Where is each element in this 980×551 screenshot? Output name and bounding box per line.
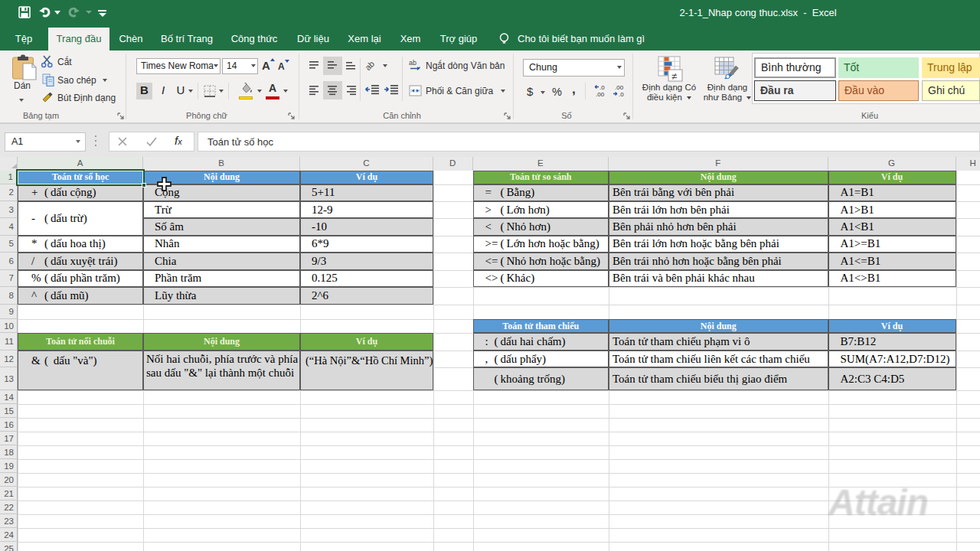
svg-text:.00: .00 [596, 91, 605, 97]
svg-text:.0: .0 [619, 91, 624, 97]
svg-text:≠: ≠ [671, 70, 677, 82]
svg-text:.00: .00 [615, 84, 624, 91]
svg-text:.0: .0 [599, 84, 605, 91]
svg-text:ab: ab [409, 59, 416, 67]
svg-text:ab: ab [363, 59, 376, 72]
